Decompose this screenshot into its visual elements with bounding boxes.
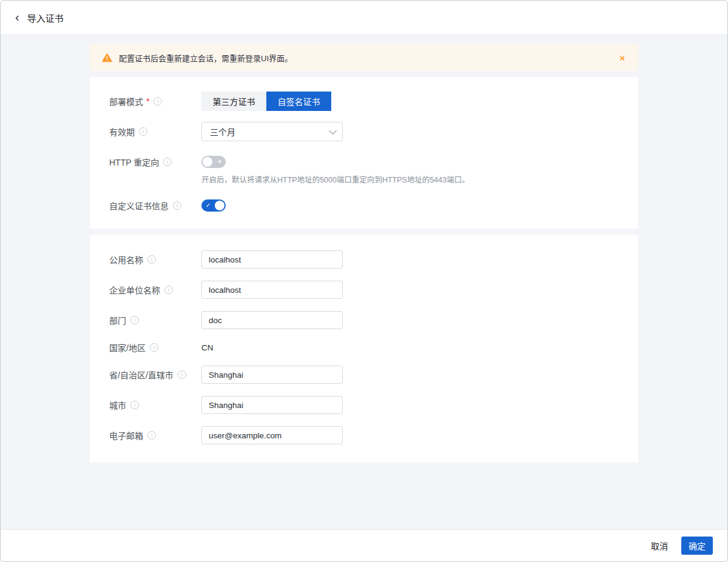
cert-field-label: 公用名称i	[109, 253, 201, 266]
toggle-knob	[215, 201, 224, 210]
cert-field-input[interactable]	[201, 396, 343, 414]
cert-field-label: 企业单位名称i	[109, 284, 201, 296]
import-certificate-page: ‹ 导入证书 配置证书后会重新建立会话，需重新登录UI界面。 × 部署模式*i	[0, 0, 728, 562]
info-icon[interactable]: i	[150, 343, 158, 352]
page-footer: 取消 确定	[1, 529, 727, 561]
info-icon[interactable]: i	[164, 286, 173, 294]
banner-close-icon[interactable]: ×	[619, 53, 625, 62]
confirm-button[interactable]: 确定	[681, 537, 713, 555]
http-redirect-block: HTTP 重定向i × 开启后，默认将请求从HTTP地址的5000端口重定向到H…	[109, 156, 619, 185]
cert-field-input[interactable]	[201, 426, 343, 444]
info-icon[interactable]: i	[139, 127, 147, 136]
validity-select[interactable]: 三个月	[201, 122, 343, 141]
page-title: 导入证书	[27, 12, 64, 24]
info-icon[interactable]: i	[178, 370, 186, 379]
validity-selected-value: 三个月	[210, 125, 235, 138]
warning-banner: 配置证书后会重新建立会话，需重新登录UI界面。 ×	[90, 44, 638, 71]
cert-field-row: 电子邮箱i	[109, 426, 619, 444]
cert-field-label: 部门i	[109, 314, 201, 326]
info-icon[interactable]: i	[163, 158, 172, 166]
info-icon[interactable]: i	[173, 201, 181, 210]
certificate-info-card: 公用名称i 企业单位名称i 部门i 国家/地区i CN 省/自治区/直辖市i	[90, 235, 638, 463]
cert-field-row: 国家/地区i CN	[109, 341, 619, 353]
cert-field-static-value: CN	[201, 343, 214, 352]
info-icon[interactable]: i	[130, 401, 139, 409]
deploy-mode-option-self-signed[interactable]: 自签名证书	[266, 92, 331, 111]
chevron-down-icon	[329, 127, 337, 135]
cert-field-row: 部门i	[109, 311, 619, 329]
info-icon[interactable]: i	[147, 431, 156, 440]
custom-cert-label: 自定义证书信息i	[109, 199, 201, 212]
info-icon[interactable]: i	[130, 316, 139, 324]
cert-field-row: 城市i	[109, 396, 619, 414]
back-icon[interactable]: ‹	[15, 11, 19, 23]
deployment-settings-card: 部署模式*i 第三方证书 自签名证书 有效期i 三个月	[90, 77, 638, 229]
cert-field-label: 电子邮箱i	[109, 429, 201, 441]
required-asterisk: *	[146, 96, 149, 106]
validity-row: 有效期i 三个月	[109, 122, 619, 141]
cert-field-label: 城市i	[109, 399, 201, 411]
main-content: 配置证书后会重新建立会话，需重新登录UI界面。 × 部署模式*i 第三方证书 自…	[1, 35, 727, 529]
custom-cert-toggle[interactable]: ✓	[201, 199, 226, 212]
cancel-button[interactable]: 取消	[651, 540, 668, 552]
http-redirect-help-text: 开启后，默认将请求从HTTP地址的5000端口重定向到HTTPS地址的5443端…	[201, 173, 619, 185]
cert-field-input[interactable]	[201, 281, 343, 299]
warning-message: 配置证书后会重新建立会话，需重新登录UI界面。	[119, 52, 292, 64]
cert-field-row: 公用名称i	[109, 250, 619, 269]
info-icon[interactable]: i	[153, 97, 162, 105]
http-redirect-row: HTTP 重定向i ×	[109, 156, 619, 168]
cert-field-row: 企业单位名称i	[109, 281, 619, 299]
deploy-mode-segmented-control: 第三方证书 自签名证书	[201, 92, 331, 111]
deploy-mode-row: 部署模式*i 第三方证书 自签名证书	[109, 92, 619, 111]
page-header: ‹ 导入证书	[1, 1, 727, 35]
http-redirect-toggle[interactable]: ×	[201, 156, 226, 168]
deploy-mode-option-third-party[interactable]: 第三方证书	[201, 92, 266, 111]
cert-field-label: 省/自治区/直辖市i	[109, 369, 201, 381]
warning-triangle-icon	[102, 53, 112, 62]
cert-field-input[interactable]	[201, 311, 343, 329]
custom-cert-row: 自定义证书信息i ✓	[109, 199, 619, 212]
cert-field-input[interactable]	[201, 366, 343, 384]
toggle-knob	[203, 157, 212, 167]
toggle-off-mark-icon: ×	[218, 156, 221, 168]
cert-field-label: 国家/地区i	[109, 341, 201, 353]
http-redirect-label: HTTP 重定向i	[109, 156, 201, 168]
deploy-mode-label: 部署模式*i	[109, 95, 201, 107]
cert-field-row: 省/自治区/直辖市i	[109, 366, 619, 384]
toggle-on-check-icon: ✓	[206, 199, 211, 212]
validity-label: 有效期i	[109, 125, 201, 138]
info-icon[interactable]: i	[147, 255, 156, 264]
cert-field-input[interactable]	[201, 250, 343, 269]
